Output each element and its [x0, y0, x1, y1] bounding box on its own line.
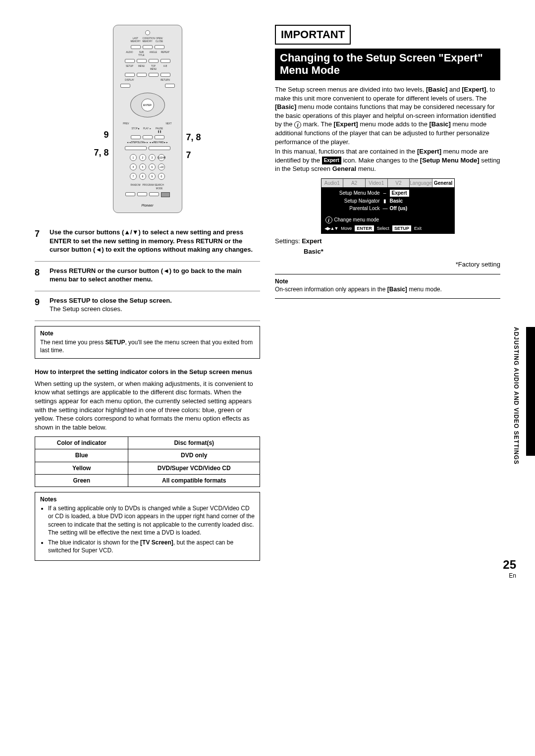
step-8: 8 Press RETURN or the cursor button (◄) … [35, 267, 260, 284]
page-language: En [509, 572, 516, 580]
table-header-row: Color of indicator Disc format(s) [35, 437, 260, 449]
note-item: The blue indicator is shown for the [TV … [48, 539, 255, 554]
osd-tabs: Audio1 A2 Video1 V2 Language General [321, 179, 454, 188]
expert-paragraph-2: In this manual, functions that are conta… [275, 147, 500, 173]
note-text: The next time you press SETUP, you'll se… [40, 338, 255, 354]
step-9: 9 Press SETUP to close the Setup screen.… [35, 296, 260, 314]
side-section-label: ADJUSTING AUDIO AND VIDEO SETTINGS [512, 327, 520, 465]
divider [275, 298, 500, 299]
step-number: 9 [35, 296, 44, 314]
callout-7-8-right: 7, 8 [186, 131, 201, 143]
divider [35, 291, 260, 291]
table-row: BlueDVD only [35, 449, 260, 462]
expert-paragraph-1: The Setup screen menus are divided into … [275, 85, 500, 146]
table-row: GreenAll compatible formats [35, 474, 260, 486]
note-box-1: Note The next time you press SETUP, you'… [35, 326, 260, 359]
callout-7-right: 7 [186, 149, 191, 161]
arrows-icon: ◀▶▲▼ [324, 225, 338, 231]
step-number: 8 [35, 267, 44, 284]
callout-7-8-left: 7, 8 [94, 147, 108, 159]
osd-tab: V2 [388, 179, 410, 188]
divider [275, 274, 500, 274]
osd-info-text: Change menu mode [334, 216, 379, 223]
note-box-2: Notes If a setting applicable only to DV… [35, 492, 260, 561]
step-text: Press SETUP to close the Setup screen. [50, 297, 172, 304]
side-tab [526, 327, 535, 456]
osd-tab: Language [410, 179, 432, 188]
step-number: 7 [35, 228, 44, 254]
settings-line: Settings: Expert [275, 237, 500, 246]
step-subtext: The Setup screen closes. [50, 305, 122, 313]
osd-tab: Audio1 [321, 179, 344, 188]
osd-tab-active: General [432, 179, 454, 188]
osd-tab: Video1 [366, 179, 388, 188]
step-text: Press RETURN or the cursor button (◄) to… [50, 267, 242, 283]
expert-icon: Expert [322, 157, 341, 164]
note-title: Notes [40, 495, 255, 503]
settings-line: Basic* [275, 247, 500, 256]
remote-illustration: LAST MEMORYCONDITION MEMORYOPEN/ CLOSE A… [113, 25, 182, 213]
table-row: YellowDVD/Super VCD/Video CD [35, 462, 260, 474]
remote-diagram: 9 7, 8 LAST MEMORYCONDITION MEMORYOPEN/ … [35, 25, 260, 213]
osd-screenshot: Audio1 A2 Video1 V2 Language General Set… [321, 178, 455, 234]
remote-callouts-right: 7, 8 7 [186, 131, 201, 162]
interpret-heading: How to interpret the setting indicator c… [35, 368, 260, 377]
interpret-paragraph: When setting up the system, or when maki… [35, 379, 260, 432]
info-icon: i [294, 121, 301, 128]
table-header: Color of indicator [35, 437, 128, 449]
section-title: Changing to the Setup Screen "Expert" Me… [275, 49, 500, 81]
remote-callouts-left: 9 7, 8 [94, 129, 108, 159]
info-icon: i [325, 216, 332, 223]
divider [35, 261, 260, 262]
note-title: Note [40, 329, 255, 337]
divider [35, 321, 260, 321]
step-text: Use the cursor buttons (▲/▼) to select a… [50, 228, 253, 253]
step-7: 7 Use the cursor buttons (▲/▼) to select… [35, 228, 260, 254]
page-number: 25 [503, 557, 516, 573]
note-line: Note On-screen information only appears … [275, 277, 500, 293]
factory-setting-label: *Factory setting [275, 260, 500, 269]
important-badge: IMPORTANT [275, 25, 351, 45]
indicator-color-table: Color of indicator Disc format(s) BlueDV… [35, 436, 260, 487]
callout-9: 9 [104, 129, 108, 141]
table-header: Disc format(s) [128, 437, 260, 449]
osd-tab: A2 [343, 179, 366, 188]
note-item: If a setting applicable only to DVDs is … [48, 504, 255, 537]
